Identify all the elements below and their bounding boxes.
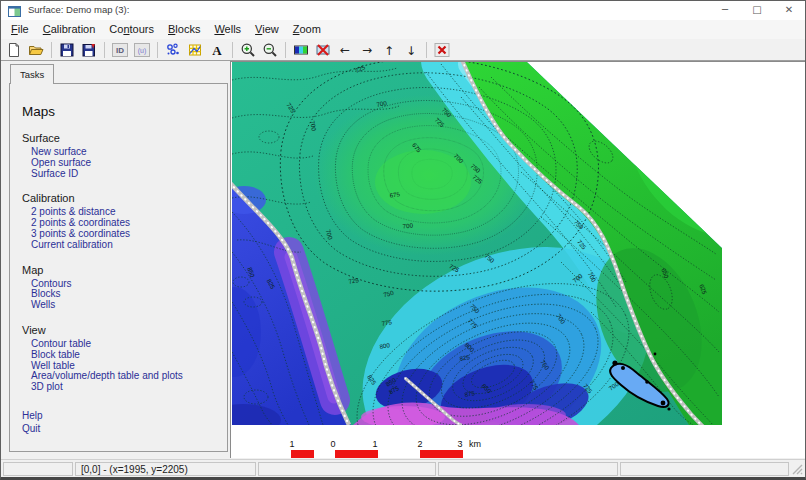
toolbar-separator — [104, 42, 105, 58]
svg-text:ID: ID — [116, 46, 124, 55]
pan-down-button[interactable]: ↓ — [401, 41, 421, 59]
contour-label: 700 — [402, 222, 413, 230]
toolbar-separator — [51, 42, 52, 58]
scale-bar-label: 1 — [372, 439, 377, 449]
scale-bar-segment — [291, 450, 314, 458]
scale-bar-label: 1 — [289, 439, 294, 449]
svg-text:↑: ↑ — [384, 43, 394, 57]
scale-bar-segment — [420, 450, 463, 458]
wells-button[interactable] — [163, 41, 183, 59]
surface-id-button[interactable]: ID — [110, 41, 130, 59]
map-client-area[interactable]: 7257007257007507256757007507256757007007… — [230, 61, 805, 458]
menu-bar: FileCalibrationContoursBlocksWellsViewZo… — [1, 20, 805, 39]
section-map: MapContoursBlocksWells — [22, 264, 227, 311]
sidebar-heading: Maps — [22, 104, 227, 119]
status-panel-3 — [258, 462, 436, 476]
blocks-grid-button[interactable] — [185, 41, 205, 59]
arrow-up-icon: ↑ — [381, 42, 397, 58]
map-scale-bar: 10123km — [289, 439, 481, 458]
open-folder-icon — [28, 42, 44, 58]
pan-right-button[interactable]: → — [357, 41, 377, 59]
menu-wells[interactable]: Wells — [207, 20, 248, 39]
grid-icon — [187, 42, 203, 58]
red-x-icon — [434, 42, 450, 58]
arrow-right-icon: → — [359, 42, 375, 58]
menu-calibration[interactable]: Calibration — [36, 20, 103, 39]
menu-zoom[interactable]: Zoom — [286, 20, 328, 39]
menu-file[interactable]: File — [4, 20, 36, 39]
save-button[interactable] — [57, 41, 77, 59]
wells-icon — [165, 42, 181, 58]
task-quit[interactable]: Quit — [22, 422, 227, 435]
contour-label: 675 — [389, 190, 401, 198]
task-current-calibration[interactable]: Current calibration — [22, 240, 227, 251]
tab-tasks[interactable]: Tasks — [10, 64, 54, 84]
section-calibration: Calibration2 points & distance2 points &… — [22, 192, 227, 250]
task-wells[interactable]: Wells — [22, 300, 227, 311]
toolbar-separator — [426, 42, 427, 58]
new-page-icon — [6, 42, 22, 58]
title-bar: Surface: Demo map (3): ─□✕ — [1, 1, 805, 20]
delete-map-icon — [315, 42, 331, 58]
toolbar-separator — [157, 42, 158, 58]
zoom-in-button[interactable] — [238, 41, 258, 59]
floppy-warning-icon — [81, 42, 97, 58]
color-map-icon — [293, 42, 309, 58]
task-surface-id[interactable]: Surface ID — [22, 169, 227, 180]
map-canvas[interactable]: 7257007257007507256757007507256757007007… — [231, 62, 805, 458]
section-title: Calibration — [22, 192, 227, 204]
delete-map-button[interactable] — [313, 41, 333, 59]
svg-text:↓: ↓ — [406, 43, 416, 57]
resize-grip[interactable] — [791, 463, 804, 476]
scale-bar-label: 2 — [417, 439, 422, 449]
app-window: Surface: Demo map (3): ─□✕ FileCalibrati… — [0, 0, 806, 480]
tasks-panel: Maps SurfaceNew surfaceOpen surfaceSurfa… — [9, 83, 228, 452]
exit-button[interactable] — [432, 41, 452, 59]
toolbar: ID(u)A←→↑↓ — [1, 39, 805, 61]
section-view: ViewContour tableBlock tableWell tableAr… — [22, 324, 227, 393]
contour-label: 675 — [593, 114, 606, 126]
save-as-button[interactable] — [79, 41, 99, 59]
svg-text:A: A — [212, 43, 222, 58]
app-icon — [8, 4, 21, 17]
window-title: Surface: Demo map (3): — [28, 4, 129, 15]
zoom-out-button[interactable] — [260, 41, 280, 59]
menu-view[interactable]: View — [248, 20, 286, 39]
status-bar: [0,0] - (x=1995, y=2205) — [1, 459, 805, 477]
scale-bar-segment — [335, 450, 378, 458]
menu-blocks[interactable]: Blocks — [161, 20, 207, 39]
contour-label: 650 — [638, 159, 651, 171]
menu-contours[interactable]: Contours — [102, 20, 161, 39]
task-open-surface[interactable]: Open surface — [22, 158, 227, 169]
open-file-button[interactable] — [26, 41, 46, 59]
zoom-out-icon — [262, 42, 278, 58]
arrow-down-icon: ↓ — [403, 42, 419, 58]
arrow-left-icon: ← — [337, 42, 353, 58]
color-map-button[interactable] — [291, 41, 311, 59]
toolbar-separator — [232, 42, 233, 58]
svg-text:(u): (u) — [138, 46, 147, 54]
zoom-in-icon — [240, 42, 256, 58]
scale-bar-label: 0 — [330, 439, 335, 449]
task-3d-plot[interactable]: 3D plot — [22, 382, 227, 393]
maximize-button[interactable]: □ — [741, 1, 773, 20]
pan-up-button[interactable]: ↑ — [379, 41, 399, 59]
task-help[interactable]: Help — [22, 409, 227, 422]
tasks-sidebar: Tasks Maps SurfaceNew surfaceOpen surfac… — [1, 61, 230, 458]
pan-left-button[interactable]: ← — [335, 41, 355, 59]
labels-button[interactable]: A — [207, 41, 227, 59]
section-title: Surface — [22, 132, 227, 144]
status-panel-5 — [620, 462, 789, 476]
minimize-button[interactable]: ─ — [709, 1, 741, 20]
section-title: Map — [22, 264, 227, 276]
svg-text:→: → — [362, 43, 372, 57]
task-block-table[interactable]: Block table — [22, 350, 227, 361]
floppy-icon — [59, 42, 75, 58]
new-file-button[interactable] — [4, 41, 24, 59]
units-button[interactable]: (u) — [132, 41, 152, 59]
units-icon: (u) — [134, 42, 150, 58]
status-coordinates: [0,0] - (x=1995, y=2205) — [75, 462, 256, 476]
close-window-button[interactable]: ✕ — [773, 1, 805, 20]
scale-bar-label: 3 — [457, 439, 462, 449]
toolbar-separator — [285, 42, 286, 58]
